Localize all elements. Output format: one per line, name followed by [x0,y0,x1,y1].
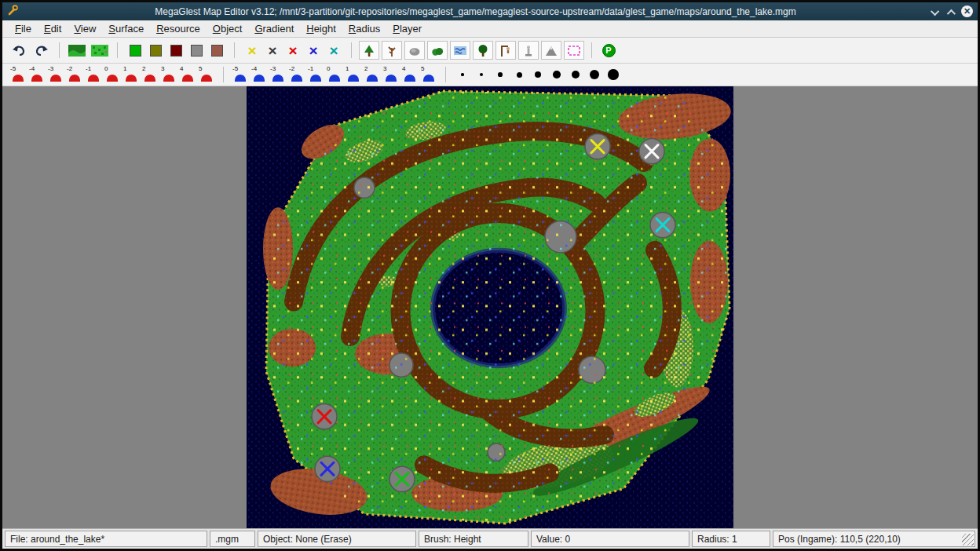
player-marker-red[interactable] [312,404,337,429]
radius-7-button[interactable] [566,66,585,83]
gradient-brush-2-button[interactable]: 2 [363,66,382,84]
height-brush-label: -1 [86,66,91,72]
redo-button[interactable] [31,41,52,60]
object-stone-button[interactable] [404,41,425,60]
menu-radius[interactable]: Radius [342,21,386,36]
surface-stone-swatch-icon [191,45,203,57]
player-marker-white[interactable] [639,139,664,164]
surface-road-button[interactable] [166,41,186,60]
height-brush-2-button[interactable]: 2 [141,66,159,84]
radius-4-button[interactable] [510,66,528,83]
radius-2-button[interactable] [472,66,491,83]
terrain-brush-button-2[interactable] [90,41,110,60]
height-brush-icon [88,75,99,82]
mountain-icon [543,44,559,57]
map-canvas[interactable] [247,86,733,528]
resource-gold-button[interactable]: × [242,41,262,60]
height-brush-4-button[interactable]: 4 [178,66,197,84]
height-brush-1-button[interactable]: 1 [122,66,141,84]
menu-player[interactable]: Player [386,21,428,36]
resource-custom-2-button[interactable]: × [303,41,324,60]
status-file: File: around_the_lake* [5,531,207,547]
gradient-brush-3-button[interactable]: 3 [382,66,400,84]
object-big-tree-button[interactable] [473,41,493,60]
chevron-down-icon [931,6,939,15]
radius-3-button[interactable] [491,66,510,83]
gradient-brush-5-button[interactable]: 5 [419,66,438,84]
resource-custom-1-button[interactable]: × [283,41,303,60]
height-brush-label: -5 [10,66,16,72]
object-invisible-blocking-button[interactable] [564,41,584,60]
gradient-brush--2-button[interactable]: -2 [287,66,306,84]
gradient-brush-label: 0 [327,66,330,72]
object-bush-button[interactable] [427,41,448,60]
toolbar-separator [445,67,446,82]
object-hanged-button[interactable] [495,41,516,60]
gradient-brush--3-button[interactable]: -3 [269,66,287,84]
height-brush--2-button[interactable]: -2 [65,66,84,84]
height-brush--1-button[interactable]: -1 [84,66,103,84]
menu-view[interactable]: View [68,21,102,36]
gradient-brush--5-button[interactable]: -5 [231,66,250,84]
resource-stone-button[interactable]: × [262,41,283,60]
close-button[interactable]: ✕ [961,5,973,17]
height-brush-3-button[interactable]: 3 [159,66,178,84]
radius-9-button[interactable] [604,66,623,83]
menu-file[interactable]: File [9,21,38,36]
height-brush-label: -4 [29,66,35,72]
resource-gold-x-icon: × [247,43,256,58]
surface-stone-button[interactable] [186,41,207,60]
title-bar[interactable]: MegaGlest Map Editor v3.12; /mnt/3-parti… [2,2,978,20]
gradient-brush--1-button[interactable]: -1 [306,66,325,84]
gradient-brush-label: 4 [402,66,405,72]
resource-custom-3-button[interactable]: × [324,41,344,60]
height-brush--3-button[interactable]: -3 [46,66,65,84]
object-mountain-button[interactable] [541,41,561,60]
menu-resource[interactable]: Resource [150,21,207,36]
radius-1-button[interactable] [453,66,472,83]
gradient-brush--4-button[interactable]: -4 [250,66,269,84]
gradient-brush-4-button[interactable]: 4 [400,66,419,84]
height-brush-5-button[interactable]: 5 [197,66,216,84]
height-brush--5-button[interactable]: -5 [9,66,27,84]
radius-6-button[interactable] [547,66,566,83]
surface-secondary-grass-swatch-icon [150,45,162,57]
app-icon [7,5,18,19]
radius-5-button[interactable] [528,66,547,83]
height-brush-0-button[interactable]: 0 [103,66,122,84]
maximize-button[interactable] [947,5,953,19]
menu-height[interactable]: Height [300,21,342,36]
menu-edit[interactable]: Edit [38,21,68,36]
resize-grip[interactable] [962,534,974,546]
redo-icon [35,44,49,57]
object-statue-button[interactable] [518,41,539,60]
gradient-brush-0-button[interactable]: 0 [325,66,344,84]
stone-icon [407,44,422,57]
surface-secondary-grass-button[interactable] [145,41,166,60]
menu-gradient[interactable]: Gradient [248,21,300,36]
object-dead-tree-button[interactable] [382,41,402,60]
height-brush-icon [13,75,24,82]
toolbar-main: ××××× [2,38,978,64]
object-tree-button[interactable] [359,41,379,60]
minimize-button[interactable] [933,5,939,19]
resource-custom-2-x-icon: × [309,43,317,58]
gradient-brush-1-button[interactable]: 1 [344,66,363,84]
menu-object[interactable]: Object [207,21,249,36]
terrain-brush-button-1[interactable] [67,41,87,60]
menu-surface[interactable]: Surface [102,21,150,36]
height-brush--4-button[interactable]: -4 [27,66,46,84]
player-placement-button[interactable]: P [599,42,618,59]
player-marker-yellow[interactable] [585,134,610,159]
object-water-object-button[interactable] [450,41,470,60]
player-marker-green[interactable] [389,466,415,491]
height-brush-label: -2 [67,66,72,72]
gradient-brush-label: -2 [289,66,294,72]
radius-8-button[interactable] [585,66,604,83]
undo-button[interactable] [9,41,29,60]
status-position-text: Pos (Ingame): 110,5 (220,10) [778,534,901,545]
surface-grass-button[interactable] [125,41,145,60]
player-marker-cyan[interactable] [650,212,675,237]
player-marker-blue[interactable] [315,456,340,481]
surface-ground-button[interactable] [207,41,227,60]
